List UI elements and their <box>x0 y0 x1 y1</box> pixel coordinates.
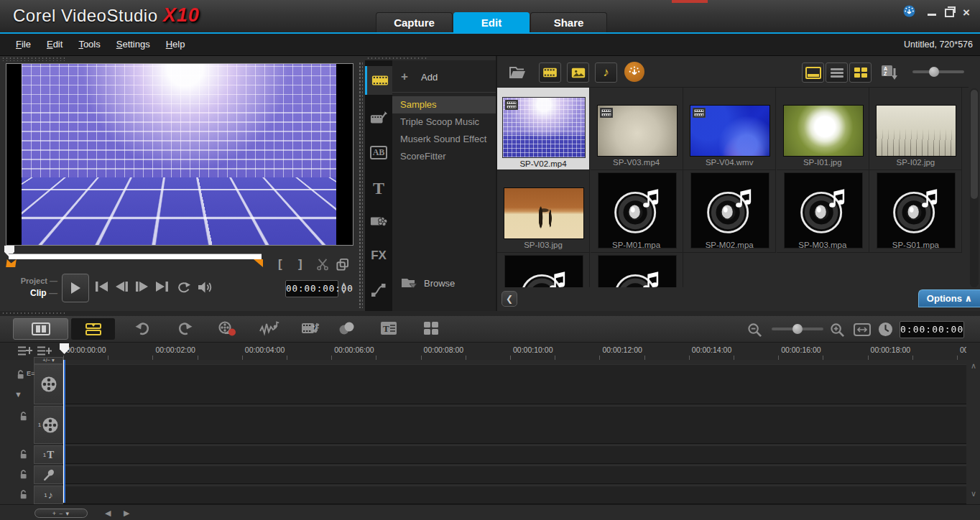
insert-track-below-icon[interactable] <box>36 345 52 357</box>
zoom-in-icon[interactable] <box>830 322 845 338</box>
library-tab-title[interactable]: T <box>365 174 392 203</box>
tab-capture[interactable]: Capture <box>376 12 453 32</box>
music-track-lock-icon[interactable] <box>19 490 28 500</box>
repeat-button[interactable] <box>177 281 190 294</box>
scroll-right-arrow[interactable]: ▶ <box>124 509 129 518</box>
add-folder-button[interactable]: + Add <box>392 68 496 88</box>
library-category-scorefitter[interactable]: ScoreFitter <box>392 148 496 165</box>
library-tab-filter[interactable]: FX <box>365 241 392 270</box>
fit-timeline-icon[interactable] <box>854 323 871 336</box>
timeline-view-button[interactable] <box>71 318 115 340</box>
view-thumbnail-button[interactable] <box>849 62 872 83</box>
insert-track-above-icon[interactable] <box>17 345 32 357</box>
trim-start-handle[interactable] <box>6 259 17 267</box>
view-list-button[interactable] <box>826 62 848 83</box>
record-capture-button[interactable] <box>218 321 236 337</box>
media-scrollbar-thumb[interactable] <box>971 90 978 199</box>
title-track-header[interactable]: 1T <box>34 445 63 464</box>
media-item-sp-m01.mpa[interactable]: SP-M01.mpa <box>591 170 683 253</box>
previous-frame-button[interactable] <box>114 281 129 292</box>
preview-timecode[interactable]: 00:00:00:00 <box>285 280 338 297</box>
mark-out-button[interactable]: ] <box>298 257 302 271</box>
library-tab-media[interactable] <box>365 66 392 95</box>
sound-mixer-button[interactable] <box>259 321 279 336</box>
media-item-sp-s01.mpa[interactable]: SP-S01.mpa <box>869 170 962 253</box>
media-item-sp-v02.mp4[interactable]: SP-V02.mp4 <box>497 88 590 170</box>
timeline-drag-handle[interactable] <box>1 312 65 315</box>
track-manager-button[interactable]: +/− ▾ <box>34 357 63 364</box>
menu-edit[interactable]: Edit <box>47 34 63 55</box>
menu-file[interactable]: File <box>16 34 31 55</box>
media-item-sp-v04.wmv[interactable]: SP-V04.wmv <box>683 88 776 170</box>
auto-music-button[interactable]: 𝄢 <box>301 321 320 335</box>
scrubber-track[interactable] <box>9 254 262 259</box>
collapse-library-button[interactable]: ❮ <box>501 291 517 307</box>
timeline-ruler[interactable]: 00:00:00:0000:00:02:0000:00:04:0000:00:0… <box>0 343 980 361</box>
undo-button[interactable] <box>134 321 152 336</box>
video-track-header[interactable] <box>34 364 63 404</box>
media-item-partial[interactable] <box>591 253 683 287</box>
media-item-sp-i02.jpg[interactable]: SP-I02.jpg <box>869 88 962 170</box>
menu-settings[interactable]: Settings <box>116 34 150 55</box>
scroll-down-chevron[interactable]: ∨ <box>969 489 978 498</box>
library-tab-graphic[interactable] <box>365 207 392 236</box>
media-item-sp-v03.mp4[interactable]: SP-V03.mp4 <box>591 88 683 170</box>
menu-tools[interactable]: Tools <box>78 34 100 55</box>
volume-button[interactable] <box>197 281 213 294</box>
filter-audio-button[interactable]: ♪ <box>595 62 617 83</box>
timeline-timecode[interactable]: 0:00:00:00 <box>900 321 964 338</box>
restore-button[interactable] <box>945 9 954 17</box>
scroll-left-arrow[interactable]: ◀ <box>105 509 111 518</box>
clock-icon[interactable] <box>878 322 893 337</box>
storyboard-view-button[interactable] <box>13 318 68 340</box>
playhead-line[interactable] <box>63 360 65 503</box>
redo-button[interactable] <box>176 321 193 336</box>
menu-help[interactable]: Help <box>166 34 185 55</box>
music-track-lane[interactable] <box>63 486 966 504</box>
sort-icon[interactable]: A Z <box>878 62 900 83</box>
download-content-icon[interactable] <box>624 62 644 82</box>
video-track-lock-icon[interactable]: E≡ <box>16 370 25 380</box>
title-track-lane[interactable] <box>63 445 966 464</box>
media-item-sp-i01.jpg[interactable]: SP-I01.jpg <box>777 88 869 170</box>
view-preview-pane-button[interactable] <box>802 62 824 83</box>
library-drag-handle[interactable] <box>359 62 363 308</box>
collapse-track-chevron[interactable]: ▼ <box>14 390 22 399</box>
minimize-button[interactable] <box>928 14 936 16</box>
play-button[interactable] <box>62 274 89 302</box>
track-motion-button[interactable] <box>337 321 356 335</box>
next-frame-button[interactable] <box>134 281 149 292</box>
media-scrollbar[interactable] <box>970 88 979 287</box>
mark-in-button[interactable]: [ <box>278 257 282 271</box>
video-track-lane[interactable] <box>63 364 966 404</box>
media-item-sp-m03.mpa[interactable]: SP-M03.mpa <box>777 170 869 253</box>
music-track-header[interactable]: 1♪ <box>34 486 63 504</box>
media-item-sp-i03.jpg[interactable]: SP-I03.jpg <box>497 170 590 253</box>
browse-button[interactable]: Browse <box>392 275 496 292</box>
media-item-sp-m02.mpa[interactable]: SP-M02.mpa <box>683 170 776 253</box>
library-tab-transition[interactable]: AB <box>365 138 392 167</box>
library-category-muserk-sound-effect[interactable]: Muserk Sound Effect <box>392 131 496 148</box>
project-mode-label[interactable]: Project — <box>7 277 57 285</box>
timecode-spinner[interactable]: ▲▼ <box>339 280 348 297</box>
preview-drag-handle[interactable] <box>1 57 65 61</box>
zoom-out-icon[interactable] <box>747 322 762 338</box>
overlay-track-header[interactable]: 1 <box>34 406 63 444</box>
title-track-lock-icon[interactable] <box>19 450 28 460</box>
options-button[interactable]: Options ∧ <box>918 289 980 307</box>
trim-end-handle[interactable] <box>254 259 263 267</box>
tab-share[interactable]: Share <box>530 12 607 32</box>
add-track-pill-button[interactable]: + ⎯ ▾ <box>34 509 88 518</box>
go-to-end-button[interactable] <box>154 281 170 292</box>
overlay-track-lane[interactable] <box>63 406 966 444</box>
voice-track-header[interactable] <box>34 465 63 484</box>
enlarge-preview-icon[interactable] <box>336 258 349 271</box>
library-tab-instant-project[interactable] <box>365 103 392 132</box>
scroll-up-chevron[interactable]: ∧ <box>969 361 978 371</box>
voice-track-lane[interactable] <box>63 465 966 484</box>
close-button[interactable]: × <box>963 8 970 18</box>
subtitle-editor-button[interactable]: T <box>380 321 397 335</box>
timeline-zoom-slider-thumb[interactable] <box>792 324 803 334</box>
overlay-track-lock-icon[interactable] <box>19 412 28 422</box>
library-tab-motion-path[interactable] <box>365 276 392 305</box>
